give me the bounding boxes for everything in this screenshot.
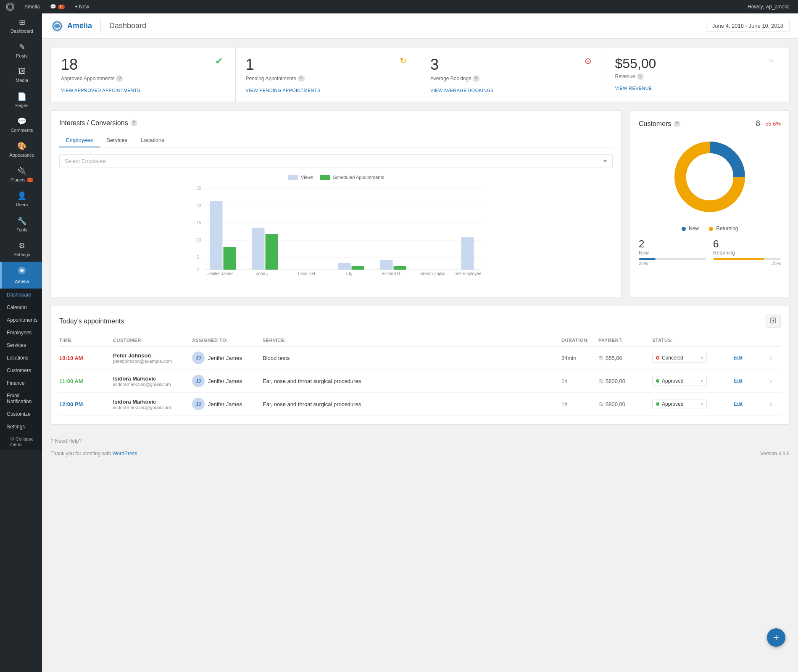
bar-richard-views (380, 260, 393, 270)
status-select-2[interactable]: Approved ▾ (652, 376, 707, 386)
comment-icon: 💬 (50, 4, 56, 10)
approved-link[interactable]: VIEW APPROVED APPOINTMENTS (61, 88, 140, 93)
sidebar-item-comments[interactable]: 💬 Comments (0, 113, 42, 137)
status-select-3[interactable]: Approved ▾ (652, 399, 707, 409)
users-icon: 👤 (17, 191, 26, 200)
sidebar-media-label: Media (16, 78, 28, 83)
export-button[interactable] (766, 315, 781, 328)
sidebar-item-media[interactable]: 🖼 Media (0, 63, 42, 87)
submenu-locations[interactable]: Locations (0, 352, 42, 364)
average-number: 3 (430, 56, 595, 74)
col-status: STATUS: (652, 338, 728, 343)
bar-jenifer-scheduled (224, 247, 236, 270)
tab-locations[interactable]: Locations (134, 134, 171, 147)
sidebar-item-plugins[interactable]: 🔌 Plugins 1 (0, 162, 42, 187)
row-chevron-2[interactable]: › (768, 376, 781, 386)
employee-1: JJ Jenifer James (192, 352, 259, 364)
plugins-icon: 🔌 (17, 166, 26, 176)
chart-tab-bar: Employees Services Locations (59, 134, 613, 147)
status-label-3: Approved (662, 401, 683, 407)
pending-help-icon[interactable]: ? (298, 75, 305, 82)
approved-icon: ✔ (215, 56, 227, 68)
wordpress-link[interactable]: WordPress (112, 451, 137, 457)
duration-1: 24min (561, 355, 595, 361)
col-duration: DURATION: (561, 338, 595, 343)
submenu-customize[interactable]: Customize (0, 408, 42, 420)
customers-header: Customers ? 8 -55.6% (639, 119, 781, 128)
status-chevron-3: ▾ (701, 402, 703, 407)
submenu-customers[interactable]: Customers (0, 364, 42, 377)
fab-button[interactable]: + (767, 628, 785, 647)
new-label: + New (75, 4, 89, 10)
stat-revenue: ○ $55,00 Revenue ? VIEW REVENUE (605, 47, 790, 102)
chart-help-icon[interactable]: ? (131, 120, 137, 126)
status-2: Approved ▾ (652, 376, 728, 386)
sidebar-settings-label: Settings (13, 252, 30, 257)
sidebar-item-appearance[interactable]: 🎨 Appearance (0, 137, 42, 162)
edit-btn-1[interactable]: Edit (731, 353, 765, 362)
new-progress-bar (639, 258, 706, 260)
sidebar-item-users[interactable]: 👤 Users (0, 187, 42, 212)
submenu-employees[interactable]: Employees (0, 326, 42, 339)
submenu-services[interactable]: Services (0, 339, 42, 352)
bar-chart-svg: 25 20 15 10 5 0 (59, 184, 613, 276)
donut-container (639, 135, 781, 219)
views-legend-box (288, 175, 298, 180)
wp-logo-item[interactable] (3, 0, 17, 13)
scheduled-legend-box (320, 175, 330, 180)
sidebar-users-label: Users (16, 202, 28, 207)
submenu-appointments[interactable]: Appointments (0, 314, 42, 326)
svg-text:0: 0 (197, 267, 199, 272)
submenu-email-notification[interactable]: Email Notification (0, 389, 42, 408)
row-chevron-1[interactable]: › (768, 353, 781, 363)
pending-link[interactable]: VIEW PENDING APPOINTMENTS (246, 88, 321, 93)
customer-email-2: isidoramarkovic@gmail.com (113, 382, 189, 387)
legend-new: New (682, 226, 699, 231)
average-help-icon[interactable]: ? (473, 75, 479, 82)
submenu-calendar[interactable]: Calendar (0, 301, 42, 314)
average-link[interactable]: VIEW AVERAGE BOOKINGS (430, 88, 494, 93)
sidebar-item-dashboard[interactable]: ⊞ Dashboard (0, 13, 42, 38)
status-select-1[interactable]: Canceled ▾ (652, 353, 707, 363)
sidebar-item-tools[interactable]: 🔧 Tools (0, 212, 42, 237)
customers-help-icon[interactable]: ? (674, 121, 680, 127)
comments-item[interactable]: 💬 0 (47, 0, 67, 13)
customer-email-3: isidoramarkovic@gmail.com (113, 405, 189, 410)
comments-icon: 💬 (17, 117, 26, 126)
svg-point-25 (686, 153, 733, 200)
submenu-dashboard[interactable]: Dashboard (0, 289, 42, 301)
customer-1: Peter Johnson peterjohnson@example.com (113, 352, 189, 364)
employee-select[interactable]: Select Employee Jenifer James John J. La… (59, 154, 613, 168)
row-chevron-3[interactable]: › (768, 399, 781, 409)
date-range[interactable]: June 4, 2018 - June 10, 2018 (706, 20, 790, 32)
tab-services[interactable]: Services (100, 134, 134, 147)
bar-richard-scheduled (394, 266, 406, 270)
status-1: Canceled ▾ (652, 353, 728, 363)
new-count: 2 (639, 238, 706, 250)
returning-stat: 6 Returning 75% (713, 238, 781, 266)
edit-btn-3[interactable]: Edit (731, 399, 765, 409)
sidebar-dashboard-label: Dashboard (11, 29, 33, 34)
edit-btn-2[interactable]: Edit (731, 376, 765, 386)
payment-1: ≋ $55,00 (598, 354, 649, 362)
sidebar-item-pages[interactable]: 📄 Pages (0, 88, 42, 113)
status-chevron-2: ▾ (701, 379, 703, 383)
sidebar: ⊞ Dashboard ✎ Posts 🖼 Media 📄 Pages 💬 Co… (0, 13, 42, 672)
site-name-item[interactable]: Amelia (22, 0, 42, 13)
customers-count: 8 (756, 119, 760, 128)
submenu-collapse[interactable]: ⚙ Collapse menu (0, 433, 42, 450)
sidebar-item-settings[interactable]: ⚙ Settings (0, 237, 42, 262)
employee-2: JJ Jenifer James (192, 375, 259, 387)
sidebar-item-posts[interactable]: ✎ Posts (0, 38, 42, 63)
revenue-number: $55,00 (615, 56, 780, 71)
submenu-settings[interactable]: Settings (0, 420, 42, 433)
approved-help-icon[interactable]: ? (116, 75, 123, 82)
revenue-link[interactable]: VIEW REVENUE (615, 86, 652, 91)
tab-employees[interactable]: Employees (59, 134, 100, 147)
new-item[interactable]: + New (72, 0, 92, 13)
svg-text:15: 15 (197, 220, 202, 225)
revenue-help-icon[interactable]: ? (637, 73, 644, 80)
submenu-finance[interactable]: Finance (0, 377, 42, 389)
sidebar-item-amelia[interactable]: Amelia (0, 262, 42, 289)
employee-3: JJ Jenifer James (192, 398, 259, 410)
